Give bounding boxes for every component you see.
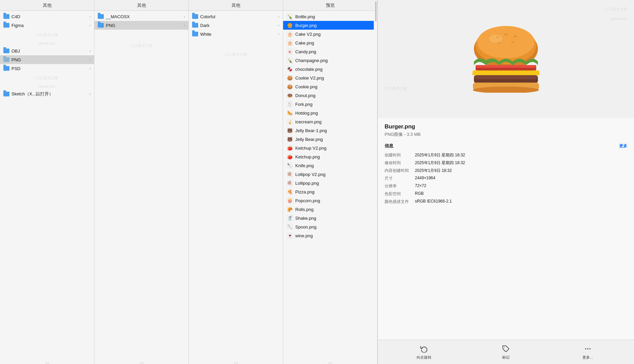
file-icon: 🎂: [286, 31, 293, 37]
item-label: wine.png: [295, 233, 370, 238]
col4-item-bottle[interactable]: 🍾 Bottle.png: [283, 12, 374, 21]
file-icon: 🍕: [286, 188, 293, 195]
svg-rect-12: [474, 75, 538, 79]
item-label: Knife.png: [295, 163, 370, 168]
col4-item-spoon[interactable]: 🥄 Spoon.png: [283, 222, 374, 231]
item-label: icecream.png: [295, 119, 370, 124]
col4-item-lollipopv2[interactable]: 🍭 Lollipop V2.png: [283, 170, 374, 179]
item-label: Pizza.png: [295, 189, 370, 194]
col4-resize[interactable]: [327, 362, 334, 364]
col4-item-jellybear1[interactable]: 🐻 Jelly Bear-1.png: [283, 126, 374, 135]
column-1: 其他 C4D › Figma › 口口美术之家qamef.com OBJ › P…: [0, 0, 94, 364]
col4-item-popcorn[interactable]: 🍿 Popcorn.png: [283, 196, 374, 205]
col4-item-hotdog[interactable]: 🌭 Hotdog.png: [283, 109, 374, 117]
file-icon: 🎂: [286, 39, 293, 46]
col1-item-c4d[interactable]: C4D ›: [0, 12, 94, 21]
col4-item-pizza[interactable]: 🍕 Pizza.png: [283, 187, 374, 196]
chevron-icon: ›: [278, 14, 279, 19]
col4-list: 🍾 Bottle.png 🍔 Burger.png 🎂 Cake V2.png …: [283, 11, 377, 364]
item-label: Donut.png: [295, 93, 370, 98]
item-label: Rolls.png: [295, 207, 370, 212]
folder-icon: [192, 13, 198, 20]
burger-preview-image: [465, 25, 546, 93]
col3-header: 其他: [189, 0, 283, 11]
info-more-link[interactable]: 更多: [619, 143, 627, 149]
col4-item-donut[interactable]: 🍩 Donut.png: [283, 91, 374, 100]
col1-item-figma[interactable]: Figma ›: [0, 21, 94, 30]
col3-resize[interactable]: [233, 362, 239, 364]
info-field-label: 内容创建时间: [385, 168, 415, 174]
item-label: White: [200, 32, 277, 37]
file-icon: 🍾: [286, 57, 293, 64]
col1-item-obj[interactable]: OBJ ›: [0, 47, 94, 55]
col4-item-icecream[interactable]: 🍦 icecream.png: [283, 117, 374, 126]
col4-item-cookiev2[interactable]: 🍪 Cookie V2.png: [283, 73, 374, 82]
info-field-value: RGB: [415, 191, 627, 197]
col2-header: 其他: [94, 0, 188, 11]
col4-item-cakev2[interactable]: 🎂 Cake V2.png: [283, 30, 374, 38]
col1-item-psd[interactable]: PSD ›: [0, 64, 94, 73]
file-icon: 🍴: [286, 101, 293, 108]
col4-item-candy[interactable]: 🍬 Candy.png: [283, 47, 374, 56]
col4-item-cake[interactable]: 🎂 Cake.png: [283, 38, 374, 47]
item-label: Shake.png: [295, 216, 370, 221]
info-field-label: 颜色描述文件: [385, 199, 415, 205]
file-icon: 🍬: [286, 48, 293, 55]
col4-item-chocolate[interactable]: 🍫 chocolate.png: [283, 65, 374, 73]
col1-item-sketch[interactable]: Sketch（X...以打开） ›: [0, 90, 94, 98]
file-icon: 🍪: [286, 74, 293, 81]
folder-icon: [192, 22, 198, 28]
action-btn-rotate-left[interactable]: 向左旋转: [414, 344, 434, 360]
col4-item-champagne[interactable]: 🍾 Champagne.png: [283, 56, 374, 65]
col4-item-jellybear[interactable]: 🐻 Jelly Bear.png: [283, 135, 374, 144]
col4-item-ketchup[interactable]: 🍅 Ketchup.png: [283, 152, 374, 161]
item-label: chocolate.png: [295, 67, 370, 72]
folder-icon: [3, 57, 9, 63]
col4-item-fork[interactable]: 🍴 Fork.png: [283, 100, 374, 109]
action-btn-bookmark[interactable]: 标记: [496, 344, 516, 360]
item-label: Burger.png: [295, 23, 370, 28]
col4-item-rolls[interactable]: 🥐 Rolls.png: [283, 205, 374, 214]
item-label: Cookie.png: [295, 84, 370, 89]
info-rows: 创建时间 2025年1月9日 星期四 18:32 修改时间 2025年1月9日 …: [385, 152, 627, 205]
chevron-icon: ›: [89, 14, 91, 19]
preview-actions: 向左旋转 标记 更多...: [378, 340, 634, 364]
info-row-颜色描述文件: 颜色描述文件 sRGB IEC61966-2.1: [385, 199, 627, 205]
col1-item-png[interactable]: PNG ›: [0, 55, 94, 64]
col4-item-wine[interactable]: 🍷 wine.png: [283, 231, 374, 240]
col2-item-png2[interactable]: PNG ›: [94, 21, 188, 30]
item-label: Lollipop.png: [295, 181, 370, 186]
col4-item-lollipop[interactable]: 🍭 Lollipop.png: [283, 179, 374, 187]
col4-scrollbar-thumb[interactable]: [375, 1, 376, 22]
col3-item-white[interactable]: White ›: [189, 30, 283, 38]
action-label-rotate-left: 向左旋转: [417, 355, 431, 360]
info-field-label: 修改时间: [385, 160, 415, 166]
folder-icon: [98, 22, 104, 28]
info-field-label: 色彩空间: [385, 191, 415, 197]
chevron-icon: ›: [89, 58, 91, 62]
info-row-尺寸: 尺寸 2449×1964: [385, 176, 627, 181]
col3-item-dark[interactable]: Dark ›: [189, 21, 283, 30]
col4-item-ketchupv2[interactable]: 🍅 Ketchup V2.png: [283, 144, 374, 152]
info-row-分辨率: 分辨率 72×72: [385, 183, 627, 189]
item-label: C4D: [11, 14, 88, 19]
action-label-more: 更多...: [582, 355, 593, 360]
col4-scrollbar[interactable]: [374, 0, 377, 364]
file-icon: 🍅: [286, 153, 293, 160]
action-btn-more[interactable]: 更多...: [578, 344, 598, 360]
col4-item-burger[interactable]: 🍔 Burger.png: [283, 21, 374, 30]
file-icon: 🐻: [286, 136, 293, 143]
col4-item-shake[interactable]: 🥤 Shake.png: [283, 214, 374, 222]
col4-item-knife[interactable]: 🔪 Knife.png: [283, 161, 374, 170]
folder-icon: [3, 48, 9, 54]
folder-icon: [98, 13, 104, 20]
col2-item-macosx[interactable]: __MACOSX ›: [94, 12, 188, 21]
item-label: Champagne.png: [295, 58, 370, 63]
col3-item-colorful[interactable]: Colorful ›: [189, 12, 283, 21]
col1-resize[interactable]: [44, 362, 51, 364]
info-field-label: 尺寸: [385, 176, 415, 181]
col4-item-cookie[interactable]: 🍪 Cookie.png: [283, 82, 374, 91]
file-icon: 🔪: [286, 162, 293, 169]
item-label: Jelly Bear.png: [295, 137, 370, 142]
col2-resize[interactable]: [138, 362, 145, 364]
